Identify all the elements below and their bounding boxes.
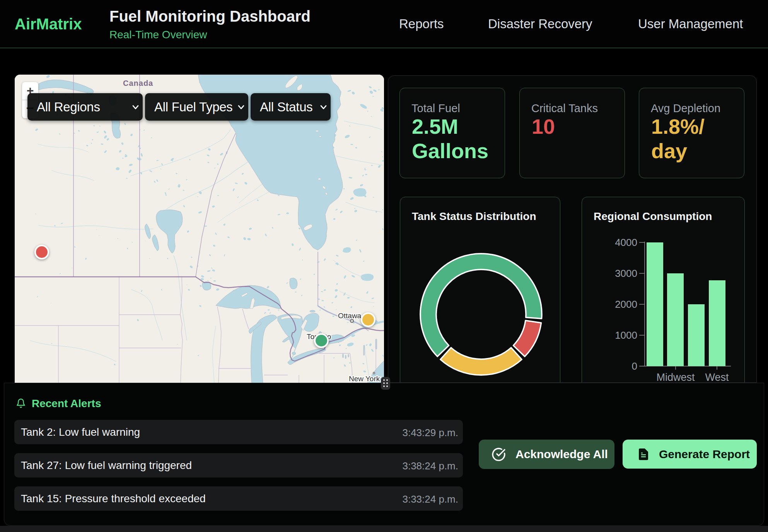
svg-text:Ottawa: Ottawa xyxy=(338,312,362,320)
svg-text:Canada: Canada xyxy=(123,79,153,87)
svg-text:New York: New York xyxy=(349,375,380,383)
svg-text:2000: 2000 xyxy=(615,298,637,310)
svg-text:4000: 4000 xyxy=(615,237,637,248)
svg-text:1000: 1000 xyxy=(615,329,637,341)
svg-text:Midwest: Midwest xyxy=(656,372,695,383)
svg-text:West: West xyxy=(705,372,729,383)
svg-text:3000: 3000 xyxy=(615,268,637,279)
svg-text:0: 0 xyxy=(632,360,637,372)
